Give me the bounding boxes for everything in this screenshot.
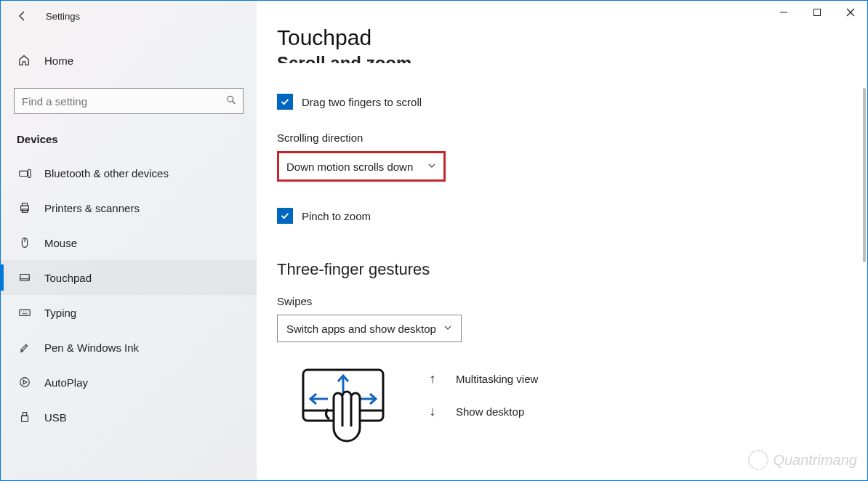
watermark: Quantrimang bbox=[748, 450, 857, 470]
sidebar-item-label: USB bbox=[44, 411, 67, 424]
sidebar-item-mouse[interactable]: Mouse bbox=[1, 225, 257, 260]
svg-point-0 bbox=[228, 96, 233, 102]
swipes-value: Switch apps and show desktop bbox=[286, 323, 436, 335]
sidebar-item-autoplay[interactable]: AutoPlay bbox=[1, 365, 257, 400]
maximize-button[interactable] bbox=[800, 1, 834, 24]
gesture-list: ↑ Multitasking view ↓ Show desktop bbox=[425, 371, 538, 437]
sidebar-item-typing[interactable]: Typing bbox=[1, 295, 257, 330]
search-input[interactable] bbox=[14, 88, 244, 114]
swipes-dropdown[interactable]: Switch apps and show desktop bbox=[277, 315, 462, 342]
chevron-down-icon bbox=[443, 323, 452, 334]
sidebar-item-printers[interactable]: Printers & scanners bbox=[1, 190, 257, 225]
drag-two-fingers-checkbox[interactable] bbox=[277, 94, 293, 110]
svg-rect-2 bbox=[20, 171, 28, 176]
gesture-label: Multitasking view bbox=[456, 373, 538, 385]
scrollbar[interactable] bbox=[863, 88, 866, 277]
window-controls bbox=[767, 1, 867, 24]
chevron-down-icon bbox=[427, 161, 436, 172]
svg-rect-5 bbox=[22, 203, 27, 206]
drag-two-fingers-row: Drag two fingers to scroll bbox=[277, 94, 867, 110]
pinch-to-zoom-checkbox[interactable] bbox=[277, 208, 293, 224]
back-button[interactable] bbox=[14, 7, 31, 25]
scrollbar-thumb[interactable] bbox=[863, 88, 866, 262]
svg-rect-11 bbox=[20, 310, 30, 315]
bluetooth-icon bbox=[17, 166, 33, 179]
gesture-row-up: ↑ Multitasking view bbox=[425, 371, 538, 387]
section-scroll-and-zoom: Scroll and zoom bbox=[277, 53, 867, 73]
watermark-text: Quantrimang bbox=[773, 452, 857, 469]
keyboard-icon bbox=[17, 306, 33, 319]
sidebar-item-bluetooth[interactable]: Bluetooth & other devices bbox=[1, 155, 257, 190]
autoplay-icon bbox=[17, 376, 33, 389]
svg-rect-20 bbox=[22, 416, 28, 421]
sidebar-item-label: Bluetooth & other devices bbox=[44, 167, 169, 179]
sidebar-item-touchpad[interactable]: Touchpad bbox=[1, 260, 257, 295]
sidebar-home[interactable]: Home bbox=[1, 44, 257, 76]
svg-rect-19 bbox=[23, 413, 26, 416]
sidebar-item-pen[interactable]: Pen & Windows Ink bbox=[1, 330, 257, 365]
sidebar-item-label: Typing bbox=[44, 307, 76, 319]
sidebar: Settings Home Devices Bluetooth & other … bbox=[1, 1, 257, 480]
arrow-up-icon: ↑ bbox=[425, 371, 440, 387]
settings-window: Settings Home Devices Bluetooth & other … bbox=[0, 0, 868, 481]
pinch-to-zoom-row: Pinch to zoom bbox=[277, 208, 867, 224]
scrolling-direction-dropdown[interactable]: Down motion scrolls down bbox=[277, 151, 446, 182]
svg-rect-3 bbox=[28, 170, 31, 178]
gesture-row-down: ↓ Show desktop bbox=[425, 404, 538, 419]
sidebar-nav: Bluetooth & other devices Printers & sca… bbox=[1, 155, 257, 434]
content-pane: Touchpad Scroll and zoom Drag two finger… bbox=[257, 1, 867, 480]
gesture-illustration-row: ↑ Multitasking view ↓ Show desktop bbox=[277, 363, 867, 458]
search-icon bbox=[226, 95, 236, 108]
mouse-icon bbox=[17, 236, 33, 249]
sidebar-item-usb[interactable]: USB bbox=[1, 400, 257, 434]
sidebar-item-label: Printers & scanners bbox=[44, 202, 140, 214]
drag-two-fingers-label: Drag two fingers to scroll bbox=[302, 96, 422, 108]
printer-icon bbox=[17, 201, 33, 214]
scrolling-direction-value: Down motion scrolls down bbox=[286, 161, 413, 173]
sidebar-item-label: Touchpad bbox=[44, 272, 92, 284]
touchpad-icon bbox=[17, 271, 33, 284]
svg-rect-9 bbox=[20, 275, 30, 281]
svg-point-17 bbox=[20, 378, 30, 387]
touchpad-illustration bbox=[277, 363, 390, 458]
minimize-button[interactable] bbox=[767, 1, 800, 24]
page-title: Touchpad bbox=[277, 25, 867, 50]
scroll-area[interactable]: Drag two fingers to scroll Scrolling dir… bbox=[257, 73, 867, 480]
swipes-label: Swipes bbox=[277, 295, 867, 307]
sidebar-item-label: AutoPlay bbox=[44, 376, 88, 389]
scrolling-direction-label: Scrolling direction bbox=[277, 132, 867, 144]
home-icon bbox=[17, 54, 31, 67]
usb-icon bbox=[17, 411, 33, 424]
watermark-icon bbox=[748, 450, 768, 470]
sidebar-item-label: Pen & Windows Ink bbox=[44, 341, 139, 354]
three-finger-header: Three-finger gestures bbox=[277, 260, 867, 279]
close-button[interactable] bbox=[834, 1, 867, 24]
svg-rect-22 bbox=[814, 9, 821, 16]
sidebar-header: Settings bbox=[1, 1, 257, 31]
svg-marker-18 bbox=[23, 380, 27, 384]
sidebar-item-label: Mouse bbox=[44, 237, 77, 249]
app-title: Settings bbox=[46, 11, 80, 22]
sidebar-category: Devices bbox=[17, 133, 257, 145]
pinch-to-zoom-label: Pinch to zoom bbox=[302, 210, 371, 222]
svg-line-1 bbox=[233, 101, 236, 104]
pen-icon bbox=[17, 341, 33, 354]
arrow-down-icon: ↓ bbox=[425, 404, 440, 419]
gesture-label: Show desktop bbox=[456, 405, 524, 418]
sidebar-home-label: Home bbox=[44, 54, 73, 67]
search-wrap bbox=[14, 88, 244, 114]
